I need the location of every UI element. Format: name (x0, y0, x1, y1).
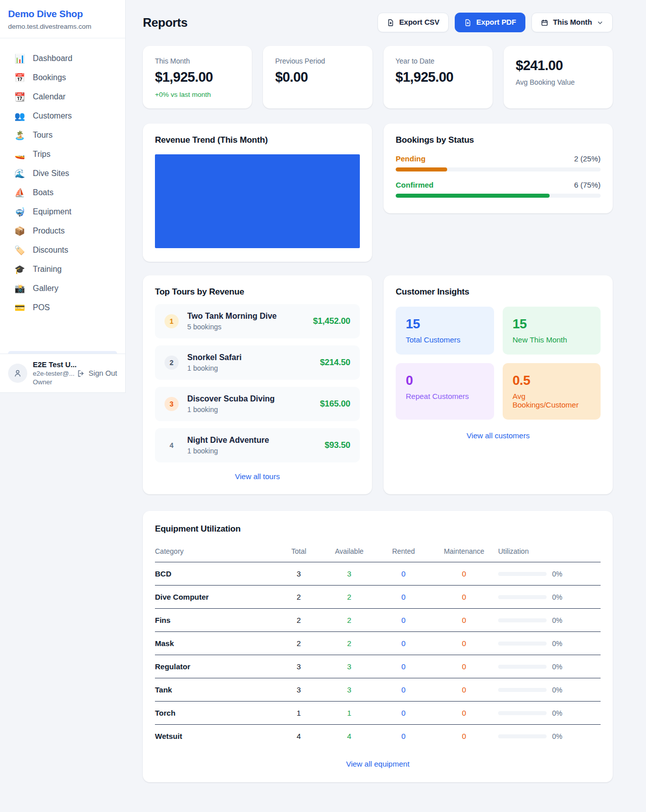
gallery-icon: 📸 (14, 284, 25, 293)
table-row: Tank 3 3 0 0 0% (155, 678, 601, 702)
user-panel: E2E Test U... e2e-tester@... Owner Sign … (0, 354, 125, 392)
rank-badge: 2 (165, 356, 179, 370)
page-title: Reports (143, 16, 188, 30)
user-role: Owner (33, 378, 71, 386)
pos-icon: 💳 (14, 304, 25, 312)
insights-row: Top Tours by Revenue 1 Two Tank Morning … (143, 275, 613, 494)
view-all-tours-link[interactable]: View all tours (155, 472, 360, 481)
utilization-bar (498, 711, 547, 715)
tour-revenue: $214.50 (320, 358, 350, 368)
sign-out-button[interactable]: Sign Out (77, 369, 117, 378)
sidebar-item-label: Gallery (33, 284, 59, 293)
tour-bookings: 1 booking (187, 447, 269, 455)
period-dropdown[interactable]: This Month (531, 13, 613, 32)
cell-maintenance: 0 (430, 586, 498, 609)
sidebar-item-tours[interactable]: 🏝️ Tours (8, 126, 117, 145)
export-pdf-button[interactable]: Export PDF (455, 13, 525, 32)
revenue-trend-card: Revenue Trend (This Month) (143, 124, 372, 262)
tour-name: Discover Scuba Diving (187, 394, 275, 403)
utilization-cell: 0% (498, 686, 597, 694)
tour-revenue: $1,452.00 (313, 316, 350, 326)
tour-name: Two Tank Morning Dive (187, 312, 277, 321)
utilization-text: 0% (552, 709, 562, 717)
cell-category: Fins (155, 609, 276, 632)
column-header-rented: Rented (377, 542, 430, 562)
sidebar-item-label: Products (33, 226, 65, 236)
cell-category: Regulator (155, 655, 276, 678)
cell-available: 2 (321, 586, 377, 609)
user-info: E2E Test U... e2e-tester@... Owner (33, 361, 71, 386)
column-header-utilization: Utilization (498, 542, 601, 562)
export-csv-button[interactable]: Export CSV (378, 13, 449, 32)
cell-total: 2 (276, 586, 321, 609)
sidebar-item-trips[interactable]: 🚤 Trips (8, 145, 117, 164)
utilization-bar (498, 572, 547, 576)
cell-maintenance: 0 (430, 632, 498, 655)
sidebar-item-pos[interactable]: 💳 POS (8, 298, 117, 317)
sidebar-item-training[interactable]: 🎓 Training (8, 260, 117, 279)
table-row: Fins 2 2 0 0 0% (155, 609, 601, 632)
page-header: Reports Export CSV Export PDF (143, 13, 613, 32)
sidebar-item-products[interactable]: 📦 Products (8, 221, 117, 241)
cell-available: 2 (321, 632, 377, 655)
stat-change: +0% vs last month (155, 91, 240, 98)
status-label: Confirmed (396, 181, 434, 189)
cell-available: 2 (321, 609, 377, 632)
brand-domain: demo.test.divestreams.com (8, 23, 117, 30)
sidebar-item-label: POS (33, 303, 50, 312)
sidebar-item-label: Bookings (33, 73, 66, 82)
cell-available: 4 (321, 725, 377, 748)
stat-value: $1,925.00 (155, 70, 240, 85)
sidebar-item-bookings[interactable]: 📅 Bookings (8, 68, 117, 87)
utilization-bar (498, 734, 547, 738)
equipment-icon: 🤿 (14, 208, 25, 216)
sidebar-item-boats[interactable]: ⛵ Boats (8, 183, 117, 202)
stat-label: Avg Booking Value (516, 78, 601, 86)
table-row: Dive Computer 2 2 0 0 0% (155, 586, 601, 609)
tours-icon: 🏝️ (14, 131, 25, 140)
avatar (8, 364, 27, 383)
header-actions: Export CSV Export PDF This Month (378, 13, 613, 32)
sidebar-item-customers[interactable]: 👥 Customers (8, 106, 117, 126)
sidebar-item-gallery[interactable]: 📸 Gallery (8, 279, 117, 298)
table-row: Regulator 3 3 0 0 0% (155, 655, 601, 678)
document-download-icon (387, 19, 395, 27)
cell-available: 1 (321, 702, 377, 725)
cell-total: 2 (276, 632, 321, 655)
column-header-total: Total (276, 542, 321, 562)
customer-insights-title: Customer Insights (396, 287, 601, 297)
utilization-cell: 0% (498, 616, 597, 624)
tour-revenue: $165.00 (320, 399, 350, 409)
view-all-equipment-link[interactable]: View all equipment (155, 760, 601, 768)
cell-rented: 0 (377, 586, 430, 609)
rank-badge: 4 (165, 438, 179, 452)
column-header-available: Available (321, 542, 377, 562)
column-header-maintenance: Maintenance (430, 542, 498, 562)
stat-label: This Month (155, 57, 240, 65)
utilization-cell: 0% (498, 640, 597, 648)
stats-row: This Month $1,925.00 +0% vs last month P… (143, 46, 613, 108)
tour-list-item: 3 Discover Scuba Diving 1 booking $165.0… (155, 387, 360, 421)
customers-icon: 👥 (14, 112, 25, 121)
tile-label: Total Customers (406, 335, 484, 344)
sidebar-item-equipment[interactable]: 🤿 Equipment (8, 202, 117, 221)
cell-rented: 0 (377, 632, 430, 655)
cell-available: 3 (321, 678, 377, 702)
sidebar-item-calendar[interactable]: 📆 Calendar (8, 87, 117, 106)
table-header-row: Category Total Available Rented Maintena… (155, 542, 601, 562)
cell-maintenance: 0 (430, 609, 498, 632)
sign-out-label: Sign Out (89, 369, 117, 377)
view-all-customers-link[interactable]: View all customers (396, 431, 601, 440)
cell-category: BCD (155, 562, 276, 586)
brand-name: Demo Dive Shop (8, 9, 117, 20)
export-csv-label: Export CSV (399, 19, 440, 26)
sidebar-item-dive-sites[interactable]: 🌊 Dive Sites (8, 164, 117, 183)
cell-total: 2 (276, 609, 321, 632)
sidebar-item-dashboard[interactable]: 📊 Dashboard (8, 49, 117, 68)
top-tours-card: Top Tours by Revenue 1 Two Tank Morning … (143, 275, 372, 494)
tile-new-this-month: 15 New This Month (503, 307, 601, 355)
cell-maintenance: 0 (430, 678, 498, 702)
cell-available: 3 (321, 562, 377, 586)
sidebar-item-discounts[interactable]: 🏷️ Discounts (8, 241, 117, 260)
tile-label: Repeat Customers (406, 392, 484, 400)
